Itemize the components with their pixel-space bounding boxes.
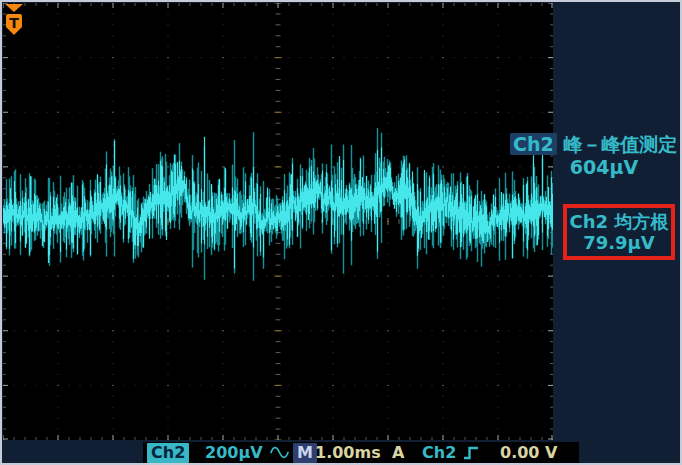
- measurement-channel-badge: Ch2: [510, 133, 557, 155]
- trigger-position-marker: T: [3, 3, 25, 37]
- ac-coupling-sine-icon: [270, 445, 289, 460]
- acquisition-indicator: A: [392, 443, 404, 463]
- measurement-peak-to-peak-value: 604μV: [510, 156, 682, 178]
- trigger-marker-letter: T: [9, 15, 19, 31]
- graticule: T: [3, 3, 553, 440]
- measurement-type-text: 峰－峰值测定: [563, 133, 677, 155]
- measurement-rms-label: Ch2 均方根: [570, 211, 669, 232]
- measurement-peak-to-peak-label: Ch2 峰－峰值测定: [510, 133, 682, 155]
- measurement-type-text: 均方根: [614, 211, 668, 232]
- measurement-rms-value: 79.9μV: [583, 232, 655, 253]
- status-bar: Ch2 200μV M 1.00ms A Ch2 0.00 V: [2, 440, 682, 465]
- measurement-peak-to-peak: Ch2 峰－峰值测定 604μV: [510, 133, 682, 178]
- rising-edge-icon: [463, 445, 479, 461]
- measurement-channel-text: Ch2: [570, 211, 609, 232]
- ch2-waveform-trace: [3, 3, 553, 440]
- rms-highlight-box: Ch2 均方根 79.9μV: [563, 204, 675, 260]
- timebase-badge: M: [293, 443, 317, 463]
- oscilloscope-screen: T Ch2 峰－峰值测定 604μV Ch2 均方根 79.9μV Ch2 20…: [0, 0, 682, 465]
- channel-badge: Ch2: [147, 443, 189, 463]
- volts-per-div-readout: 200μV: [205, 443, 263, 463]
- time-per-div-readout: 1.00ms: [315, 443, 381, 463]
- trigger-source-readout: Ch2: [422, 443, 456, 463]
- trigger-arrow-icon: [5, 4, 23, 12]
- trigger-level-readout: 0.00 V: [500, 443, 557, 463]
